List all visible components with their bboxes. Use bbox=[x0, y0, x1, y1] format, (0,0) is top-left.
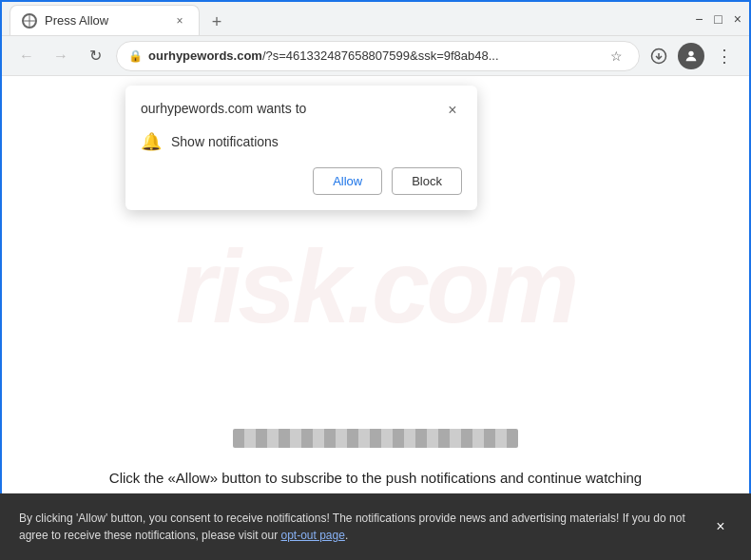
tab-close-button[interactable]: × bbox=[172, 13, 187, 29]
new-tab-button[interactable]: + bbox=[203, 9, 230, 35]
lock-icon: 🔒 bbox=[128, 49, 143, 63]
watermark-text: risk.com bbox=[176, 225, 575, 346]
reload-button[interactable]: ↻ bbox=[82, 43, 108, 69]
download-icon-area bbox=[647, 45, 670, 68]
maximize-button[interactable]: □ bbox=[714, 11, 722, 27]
address-path: /?s=461332487658807599&ssk=9f8ab48... bbox=[262, 48, 499, 63]
block-button[interactable]: Block bbox=[392, 167, 462, 195]
page-content: risk.com ourhypewords.com wants to × 🔔 S… bbox=[2, 76, 749, 495]
dialog-buttons: Allow Block bbox=[141, 167, 462, 195]
consent-close-button[interactable]: × bbox=[709, 515, 732, 538]
consent-text: By clicking 'Allow' button, you consent … bbox=[19, 510, 694, 544]
loading-bar-stripes bbox=[233, 429, 518, 448]
window-controls: − □ × bbox=[684, 11, 741, 27]
profile-button[interactable] bbox=[678, 43, 704, 69]
loading-bar bbox=[233, 429, 518, 448]
forward-button[interactable]: → bbox=[48, 43, 74, 69]
address-domain: ourhypewords.com bbox=[148, 48, 262, 63]
dialog-title: ourhypewords.com wants to bbox=[141, 101, 306, 116]
tab-title: Press Allow bbox=[45, 13, 164, 28]
active-tab[interactable]: Press Allow × bbox=[10, 5, 200, 35]
consent-text-before: By clicking 'Allow' button, you consent … bbox=[19, 512, 685, 542]
back-button[interactable]: ← bbox=[13, 43, 40, 69]
notification-dialog: ourhypewords.com wants to × 🔔 Show notif… bbox=[125, 86, 477, 210]
opt-out-link[interactable]: opt-out page bbox=[280, 529, 344, 542]
consent-bar: By clicking 'Allow' button, you consent … bbox=[0, 493, 751, 560]
star-button[interactable]: ☆ bbox=[605, 45, 627, 68]
permission-label: Show notifications bbox=[171, 134, 279, 149]
address-actions: ☆ bbox=[605, 45, 627, 68]
allow-button[interactable]: Allow bbox=[313, 167, 382, 195]
tab-area: Press Allow × + bbox=[10, 2, 680, 35]
tab-favicon bbox=[22, 13, 37, 29]
address-text: ourhypewords.com/?s=461332487658807599&s… bbox=[148, 48, 599, 63]
svg-point-2 bbox=[688, 50, 693, 55]
dialog-close-button[interactable]: × bbox=[443, 101, 462, 120]
download-button[interactable] bbox=[647, 45, 670, 68]
address-bar[interactable]: 🔒 ourhypewords.com/?s=461332487658807599… bbox=[116, 41, 640, 71]
permission-row: 🔔 Show notifications bbox=[141, 131, 462, 152]
consent-text-after: . bbox=[345, 529, 348, 542]
dialog-header: ourhypewords.com wants to × bbox=[141, 101, 462, 120]
more-options-button[interactable]: ⋮ bbox=[712, 42, 738, 70]
window-close-button[interactable]: × bbox=[734, 11, 741, 27]
cta-text: Click the «Allow» button to subscribe to… bbox=[2, 470, 749, 486]
minimize-button[interactable]: − bbox=[695, 11, 703, 27]
nav-bar: ← → ↻ 🔒 ourhypewords.com/?s=461332487658… bbox=[2, 36, 749, 76]
title-bar: Press Allow × + − □ × bbox=[2, 2, 749, 36]
bell-icon: 🔔 bbox=[141, 131, 162, 152]
